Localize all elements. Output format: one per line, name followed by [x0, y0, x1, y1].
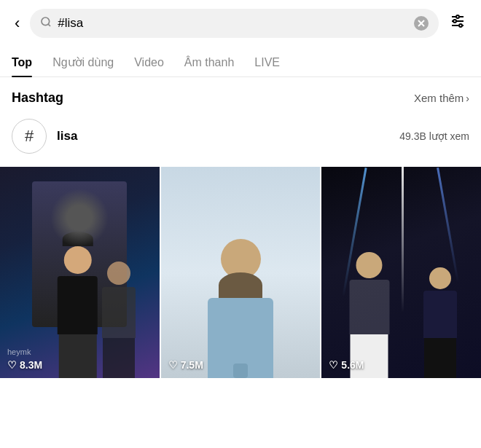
video-watermark-1: heymk	[7, 347, 31, 356]
tabs-container: Top Người dùng Video Âm thanh LIVE	[0, 47, 481, 77]
hashtag-row[interactable]: # lisa 49.3B lượt xem	[0, 114, 481, 167]
svg-point-7	[453, 20, 456, 23]
video-likes-3: ♡ 5.6M	[329, 359, 364, 371]
video-likes-1: ♡ 8.3M	[7, 359, 42, 371]
hashtag-views: 49.3B lượt xem	[399, 130, 469, 142]
hashtag-section-header: Hashtag Xem thêm ›	[0, 77, 481, 114]
video-card-2[interactable]: ♡ 7.5M	[161, 167, 321, 378]
svg-point-4	[456, 15, 459, 18]
hashtag-name: lisa	[57, 129, 77, 144]
tab-users[interactable]: Người dùng	[52, 47, 114, 76]
heart-icon-3: ♡	[329, 359, 338, 371]
clear-button[interactable]	[414, 16, 429, 31]
see-more-button[interactable]: Xem thêm ›	[414, 92, 469, 104]
hashtag-icon: #	[12, 119, 47, 154]
svg-point-10	[459, 24, 462, 27]
video-card-3[interactable]: ♡ 5.6M	[321, 167, 481, 378]
video-likes-2: ♡ 7.5M	[168, 359, 203, 371]
search-bar[interactable]: #lisa	[30, 9, 439, 38]
tab-sound[interactable]: Âm thanh	[184, 47, 234, 76]
search-icon	[40, 16, 52, 31]
heart-icon-2: ♡	[168, 359, 178, 371]
heart-icon-1: ♡	[7, 359, 17, 371]
search-query-text[interactable]: #lisa	[58, 16, 408, 31]
video-card-1[interactable]: heymk ♡ 8.3M	[0, 167, 160, 378]
tab-video[interactable]: Video	[134, 47, 164, 76]
svg-line-1	[48, 24, 50, 26]
tab-top[interactable]: Top	[12, 47, 32, 76]
svg-point-0	[42, 17, 50, 25]
header: ‹ #lisa	[0, 0, 481, 47]
tab-live[interactable]: LIVE	[254, 47, 280, 76]
chevron-right-icon: ›	[466, 93, 469, 104]
back-button[interactable]: ‹	[12, 11, 23, 36]
filter-button[interactable]	[446, 9, 469, 37]
video-grid: heymk ♡ 8.3M ♡ 7.5M	[0, 167, 481, 378]
hashtag-info: # lisa	[12, 119, 77, 154]
section-title: Hashtag	[12, 90, 63, 106]
